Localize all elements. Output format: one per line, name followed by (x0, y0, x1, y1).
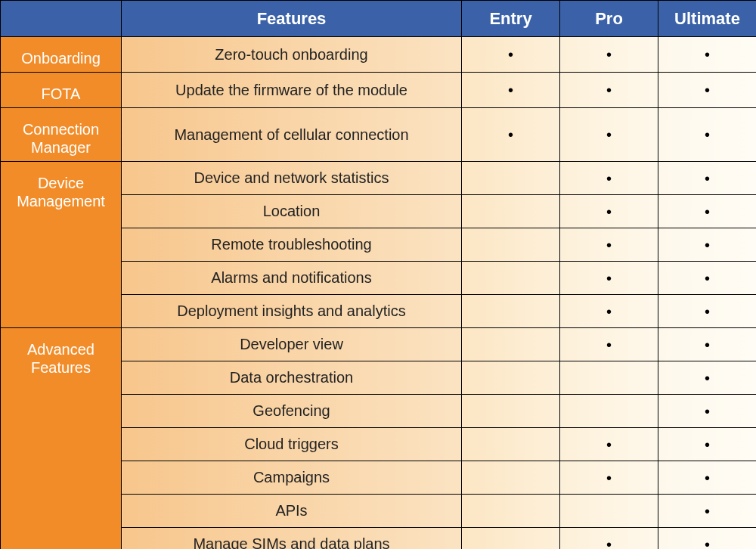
bullet-icon: • (705, 46, 710, 63)
pro-cell: • (560, 461, 658, 495)
entry-cell (462, 195, 560, 228)
pro-cell: • (560, 73, 658, 108)
header-blank (1, 1, 122, 37)
pro-cell: • (560, 262, 658, 295)
bullet-icon: • (508, 46, 513, 63)
entry-cell: • (462, 108, 560, 162)
feature-cell: Geofencing (122, 395, 462, 428)
feature-cell: Manage SIMs and data plans (122, 528, 462, 550)
entry-cell (462, 528, 560, 550)
ultimate-cell: • (658, 428, 757, 461)
header-row: Features Entry Pro Ultimate (1, 1, 757, 37)
entry-cell (462, 295, 560, 328)
bullet-icon: • (606, 46, 612, 63)
bullet-icon: • (606, 126, 612, 143)
table-row: FOTAUpdate the firmware of the module••• (1, 73, 757, 108)
category-cell: AdvancedFeatures (1, 328, 122, 550)
pro-cell: • (560, 428, 658, 461)
feature-cell: APIs (122, 495, 462, 528)
bullet-icon: • (606, 303, 612, 320)
table-row: DeviceManagementDevice and network stati… (1, 162, 757, 195)
entry-cell (462, 228, 560, 262)
bullet-icon: • (705, 337, 710, 353)
bullet-icon: • (705, 470, 710, 486)
table-row: OnboardingZero-touch onboarding••• (1, 37, 757, 73)
bullet-icon: • (606, 170, 612, 187)
pro-cell (560, 395, 658, 428)
bullet-icon: • (606, 337, 612, 353)
bullet-icon: • (705, 503, 710, 520)
bullet-icon: • (508, 82, 513, 98)
feature-cell: Developer view (122, 328, 462, 361)
ultimate-cell: • (658, 328, 757, 361)
feature-cell: Location (122, 195, 462, 228)
pro-cell: • (560, 295, 658, 328)
bullet-icon: • (606, 270, 612, 287)
entry-cell: • (462, 37, 560, 73)
category-cell: FOTA (1, 73, 122, 108)
category-cell: Onboarding (1, 37, 122, 73)
pro-cell (560, 495, 658, 528)
header-pro: Pro (560, 1, 658, 37)
table-row: AdvancedFeaturesDeveloper view•• (1, 328, 757, 361)
pro-cell: • (560, 162, 658, 195)
feature-cell: Deployment insights and analytics (122, 295, 462, 328)
feature-cell: Update the firmware of the module (122, 73, 462, 108)
entry-cell (462, 395, 560, 428)
header-entry: Entry (462, 1, 560, 37)
feature-cell: Alarms and notifications (122, 262, 462, 295)
entry-cell (462, 428, 560, 461)
table-row: ConnectionManagerManagement of cellular … (1, 108, 757, 162)
entry-cell (462, 461, 560, 495)
ultimate-cell: • (658, 228, 757, 262)
header-features: Features (122, 1, 462, 37)
pro-cell: • (560, 37, 658, 73)
bullet-icon: • (705, 370, 710, 386)
bullet-icon: • (705, 237, 710, 253)
feature-cell: Remote troubleshooting (122, 228, 462, 262)
ultimate-cell: • (658, 37, 757, 73)
ultimate-cell: • (658, 361, 757, 395)
entry-cell (462, 262, 560, 295)
bullet-icon: • (606, 470, 612, 486)
ultimate-cell: • (658, 195, 757, 228)
entry-cell (462, 328, 560, 361)
pro-cell: • (560, 528, 658, 550)
entry-cell (462, 361, 560, 395)
ultimate-cell: • (658, 262, 757, 295)
ultimate-cell: • (658, 108, 757, 162)
ultimate-cell: • (658, 395, 757, 428)
bullet-icon: • (705, 126, 710, 143)
bullet-icon: • (705, 536, 710, 550)
ultimate-cell: • (658, 73, 757, 108)
pro-cell (560, 361, 658, 395)
comparison-table: Features Entry Pro Ultimate OnboardingZe… (0, 0, 756, 549)
pro-cell: • (560, 195, 658, 228)
ultimate-cell: • (658, 162, 757, 195)
feature-cell: Campaigns (122, 461, 462, 495)
bullet-icon: • (606, 203, 612, 220)
category-cell: ConnectionManager (1, 108, 122, 162)
header-ultimate: Ultimate (658, 1, 757, 37)
ultimate-cell: • (658, 528, 757, 550)
pro-cell: • (560, 228, 658, 262)
bullet-icon: • (705, 170, 710, 187)
ultimate-cell: • (658, 295, 757, 328)
feature-cell: Device and network statistics (122, 162, 462, 195)
bullet-icon: • (705, 270, 710, 287)
entry-cell: • (462, 73, 560, 108)
bullet-icon: • (705, 82, 710, 98)
bullet-icon: • (705, 203, 710, 220)
entry-cell (462, 495, 560, 528)
pro-cell: • (560, 108, 658, 162)
feature-cell: Data orchestration (122, 361, 462, 395)
ultimate-cell: • (658, 495, 757, 528)
bullet-icon: • (705, 403, 710, 420)
bullet-icon: • (705, 303, 710, 320)
category-cell: DeviceManagement (1, 162, 122, 328)
feature-cell: Cloud triggers (122, 428, 462, 461)
ultimate-cell: • (658, 461, 757, 495)
bullet-icon: • (705, 436, 710, 453)
feature-comparison-table: Features Entry Pro Ultimate OnboardingZe… (0, 0, 756, 549)
feature-cell: Management of cellular connection (122, 108, 462, 162)
